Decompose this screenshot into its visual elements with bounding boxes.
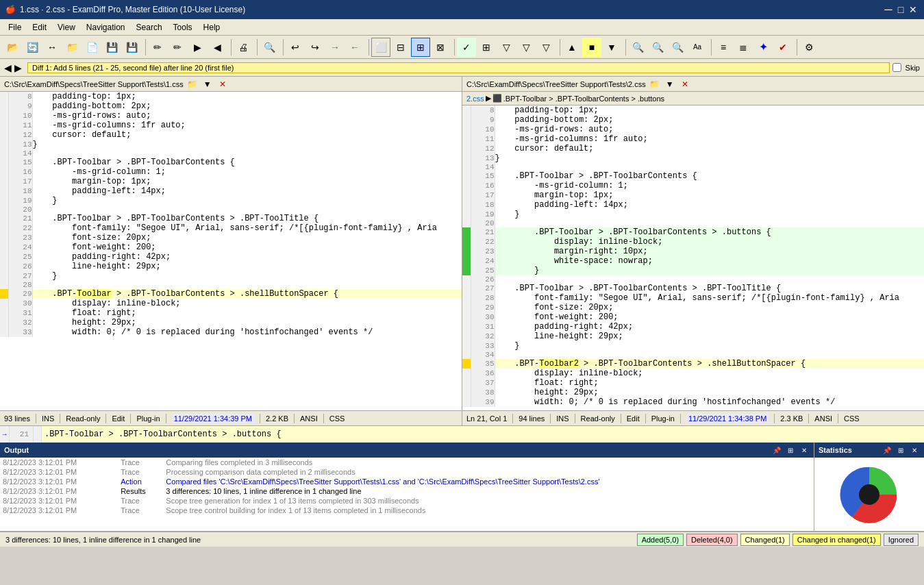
left-code-table: 8 padding-top: 1px;9 padding-bottom: 2px… [0,92,462,337]
line-marker [462,171,471,181]
search1-button[interactable]: 🔍 [628,38,647,57]
left-lines: 93 lines [4,414,30,423]
line-number: 29 [471,303,495,312]
menu-navigation[interactable]: Navigation [81,21,131,34]
table-row: 26 line-height: 29px; [0,262,462,271]
menu-tools[interactable]: Tools [168,21,198,34]
edit-right-button[interactable]: ✏ [168,38,187,57]
side-by-side-button[interactable]: ⬜ [371,38,390,57]
open-button[interactable]: 📂 [3,38,22,57]
plugin-button[interactable]: ✦ [753,38,773,57]
down-button[interactable]: ▼ [602,38,621,57]
line-content: -ms-grid-rows: auto; [32,111,462,121]
line-content: width: 0; /* 0 is replaced during 'hosti… [495,397,924,407]
log-message: Scope tree generation for index 1 of 13 … [163,496,814,506]
skip-checkbox[interactable] [892,63,901,72]
zoom-button[interactable]: 🔍 [260,38,279,57]
show-all-button[interactable]: ✓ [457,38,476,57]
filter3-button[interactable]: ▽ [516,38,536,57]
copy-left-button[interactable]: ◀ [208,38,227,57]
prev-diff-nav[interactable]: ◀ [4,62,12,73]
output-float-button[interactable]: ⊞ [785,445,796,456]
line-marker [0,206,8,214]
square-button[interactable]: ■ [582,38,601,57]
right-file-header: C:\Src\ExamDiff\Specs\TreeSitter Support… [462,77,924,92]
menu-file[interactable]: File [3,21,27,34]
menu-edit[interactable]: Edit [27,21,52,34]
search3-button[interactable]: 🔍 [668,38,687,57]
copy-right-button[interactable]: ▶ [188,38,207,57]
close-button[interactable]: ✕ [908,4,919,15]
edit-left-button[interactable]: ✏ [148,38,167,57]
table-row: 19 } [462,210,924,219]
output-panel-header: Output 📌 ⊞ ✕ [0,443,814,458]
print-button[interactable]: 🖨 [234,38,253,57]
line-number: 24 [8,242,32,252]
line-marker [462,227,471,237]
line-marker [0,167,8,177]
stats-float-button[interactable]: ⊞ [895,445,906,456]
grid-button[interactable]: ⊠ [431,38,450,57]
line-marker [0,158,8,167]
right-code-scroll[interactable]: 8 padding-top: 1px;9 padding-bottom: 2px… [462,105,924,410]
next-diff-button[interactable]: → [325,38,345,57]
open-left-button[interactable]: 📁 [62,38,82,57]
swap-button[interactable]: ↔ [42,38,62,57]
filter1-button[interactable]: ⊞ [477,38,496,57]
line-marker [0,101,8,111]
output-pin-button[interactable]: 📌 [771,445,782,456]
unified-button[interactable]: ⊞ [411,38,430,57]
undo-button[interactable]: ↩ [286,38,305,57]
line-number: 8 [8,92,32,101]
title-controls[interactable]: ─ □ ✕ [883,4,919,15]
prev-diff-button[interactable]: ← [345,38,364,57]
line-number: 30 [8,299,32,308]
line-number: 23 [8,233,32,242]
next-diff-nav[interactable]: ▶ [14,62,22,73]
output-close-button[interactable]: ✕ [799,445,810,456]
redo-button[interactable]: ↪ [305,38,325,57]
words-button[interactable]: ≣ [734,38,753,57]
save-left-button[interactable]: 💾 [102,38,121,57]
up-button[interactable]: ▲ [562,38,582,57]
minimize-button[interactable]: ─ [883,4,894,15]
left-dropdown-button[interactable]: ▼ [201,78,214,90]
menu-search[interactable]: Search [131,21,168,34]
line-marker [462,322,471,332]
line-number: 29 [8,289,32,299]
save-right-button[interactable]: 💾 [122,38,141,57]
badge-deleted: Deleted(4,0) [686,534,738,546]
menu-view[interactable]: View [52,21,81,34]
log-message: 3 differences: 10 lines, 1 inline differ… [163,486,814,496]
split-button[interactable]: ⊟ [391,38,410,57]
stats-pin-button[interactable]: 📌 [882,445,892,456]
search2-button[interactable]: 🔍 [648,38,667,57]
right-close-button[interactable]: ✕ [679,78,691,90]
table-row: 31 padding-right: 42px; [462,322,924,332]
filter2-button[interactable]: ▽ [497,38,516,57]
maximize-button[interactable]: □ [895,4,906,15]
left-close-button[interactable]: ✕ [216,78,229,90]
sep [512,414,513,423]
left-code-scroll[interactable]: 8 padding-top: 1px;9 padding-bottom: 2px… [0,92,462,410]
filter4-button[interactable]: ▽ [536,38,555,57]
window-title: 1.css · 2.css - ExamDiff Pro, Master Edi… [20,5,245,14]
table-row: 17 margin-top: 1px; [462,190,924,200]
recompare-button[interactable]: 🔄 [23,38,42,57]
checkmark-button[interactable]: ✔ [773,38,792,57]
line-number: 32 [471,332,495,341]
right-open-button[interactable]: 📁 [649,78,661,90]
right-dropdown-button[interactable]: ▼ [664,78,676,90]
output-log-scroll[interactable]: 8/12/2023 3:12:01 PMTraceComparing files… [0,458,814,531]
title-left: 🍎 1.css · 2.css - ExamDiff Pro, Master E… [5,5,245,14]
line-content: } [32,140,462,149]
lines-button[interactable]: ≡ [714,38,733,57]
sep [645,414,646,423]
menu-help[interactable]: Help [198,21,226,34]
stats-close-button[interactable]: ✕ [909,445,920,456]
settings-button[interactable]: ⚙ [799,38,819,57]
toolbar-sep7 [558,39,560,55]
left-open-button[interactable]: 📁 [186,78,199,90]
open-right-button[interactable]: 📄 [82,38,101,57]
search4-button[interactable]: Aa [688,38,707,57]
